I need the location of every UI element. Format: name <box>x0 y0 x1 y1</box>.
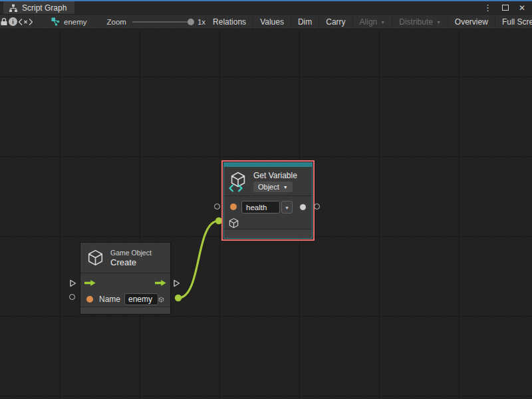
chevron-down-icon: ▼ <box>436 20 441 25</box>
node-game-object-create[interactable]: Game Object Create Name <box>80 242 171 315</box>
flow-output-arrow-icon[interactable] <box>154 279 167 287</box>
graph-breadcrumb[interactable]: enemy <box>51 15 87 29</box>
object-input-port-cube-icon[interactable] <box>228 217 239 229</box>
fullscreen-button[interactable]: Full Screen <box>495 15 532 29</box>
chevron-down-icon: ▼ <box>283 185 288 190</box>
carry-label: Carry <box>326 17 345 27</box>
variable-name-field[interactable]: health <box>241 201 280 213</box>
variable-name-row: health ▼ <box>224 196 312 217</box>
graph-name: enemy <box>64 18 87 26</box>
kebab-menu-icon[interactable]: ⋮ <box>483 3 492 12</box>
overview-label: Overview <box>455 17 488 27</box>
variable-brackets-icon <box>229 184 243 192</box>
scope-value: Object <box>258 183 279 191</box>
flow-input-arrow-icon[interactable] <box>84 279 96 287</box>
relations-button[interactable]: Relations <box>205 15 253 29</box>
node-footer <box>224 229 312 238</box>
window-controls: ⋮ ✕ <box>483 1 532 14</box>
create-name-left-socket[interactable] <box>69 294 75 300</box>
values-label: Values <box>260 17 284 27</box>
graph-toolbar: i enemy Zoom 1x Relations <box>0 15 532 29</box>
create-flow-input-socket[interactable] <box>68 279 76 287</box>
name-label: Name <box>99 295 120 304</box>
node-get-variable[interactable]: Get Variable Object ▼ health ▼ <box>223 162 313 239</box>
zoom-label: Zoom <box>107 18 126 26</box>
variable-icon <box>229 171 249 192</box>
variable-name-input-port[interactable] <box>230 203 237 210</box>
variable-name-dropdown-button[interactable]: ▼ <box>281 201 293 213</box>
toolbar-buttons: Relations Values Dim Carry Align ▼ Distr… <box>205 15 532 29</box>
dim-label: Dim <box>298 17 312 27</box>
tab-bar: Script Graph ⋮ ✕ <box>0 1 532 15</box>
node-title: Create <box>110 257 152 267</box>
graph-canvas[interactable]: Game Object Create Name <box>0 29 532 399</box>
graph-icon <box>51 17 60 26</box>
object-output-port-cube-icon[interactable] <box>158 294 164 305</box>
cube-icon <box>86 249 104 267</box>
edit-graph-button[interactable] <box>18 15 34 29</box>
tab-title: Script Graph <box>22 3 66 13</box>
hierarchy-icon <box>9 3 18 13</box>
chevron-down-icon: ▼ <box>380 20 385 25</box>
close-icon[interactable]: ✕ <box>519 4 525 12</box>
create-node-header: Game Object Create <box>80 243 170 273</box>
lock-button[interactable] <box>0 15 9 29</box>
zoom-slider[interactable] <box>132 21 191 23</box>
value-output-port[interactable] <box>300 204 306 210</box>
align-label: Align <box>360 17 378 27</box>
wire-endpoint-source[interactable] <box>175 295 182 301</box>
control-flow-row <box>80 273 170 292</box>
zoom-value: 1x <box>198 18 205 26</box>
wire-endpoint-target[interactable] <box>215 217 222 224</box>
name-input-port[interactable] <box>86 296 93 303</box>
info-icon: i <box>9 17 17 26</box>
inspect-button[interactable]: i <box>9 15 18 29</box>
variable-scope-dropdown[interactable]: Object ▼ <box>253 182 293 192</box>
zoom-control: Zoom 1x <box>107 15 206 29</box>
zoom-slider-handle[interactable] <box>188 19 194 25</box>
tab-script-graph[interactable]: Script Graph <box>3 1 74 14</box>
create-node-titles: Game Object Create <box>110 249 152 267</box>
values-button[interactable]: Values <box>253 15 291 29</box>
get-variable-right-socket[interactable] <box>314 203 320 209</box>
object-input-row <box>224 217 312 229</box>
get-variable-titles: Get Variable Object ▼ <box>253 171 297 192</box>
node-title: Get Variable <box>253 171 297 180</box>
get-variable-left-socket[interactable] <box>214 203 220 209</box>
maximize-icon[interactable] <box>502 5 509 11</box>
get-variable-header: Get Variable Object ▼ <box>224 167 312 196</box>
distribute-button: Distribute ▼ <box>392 15 448 29</box>
carry-button[interactable]: Carry <box>319 15 352 29</box>
node-supertitle: Game Object <box>110 249 152 257</box>
lock-icon <box>0 17 8 26</box>
distribute-label: Distribute <box>399 17 433 27</box>
relations-label: Relations <box>213 17 246 27</box>
overview-button[interactable]: Overview <box>448 15 495 29</box>
name-value-input[interactable] <box>124 293 158 305</box>
chevron-down-icon: ▼ <box>285 205 289 210</box>
name-parameter-row: Name <box>80 292 170 307</box>
code-icon <box>18 18 33 26</box>
create-flow-output-socket[interactable] <box>172 279 180 287</box>
dim-button[interactable]: Dim <box>291 15 319 29</box>
align-button: Align ▼ <box>352 15 392 29</box>
script-graph-window: Script Graph ⋮ ✕ i <box>0 0 532 399</box>
node-footer <box>80 307 170 314</box>
fullscreen-label: Full Screen <box>502 17 532 27</box>
